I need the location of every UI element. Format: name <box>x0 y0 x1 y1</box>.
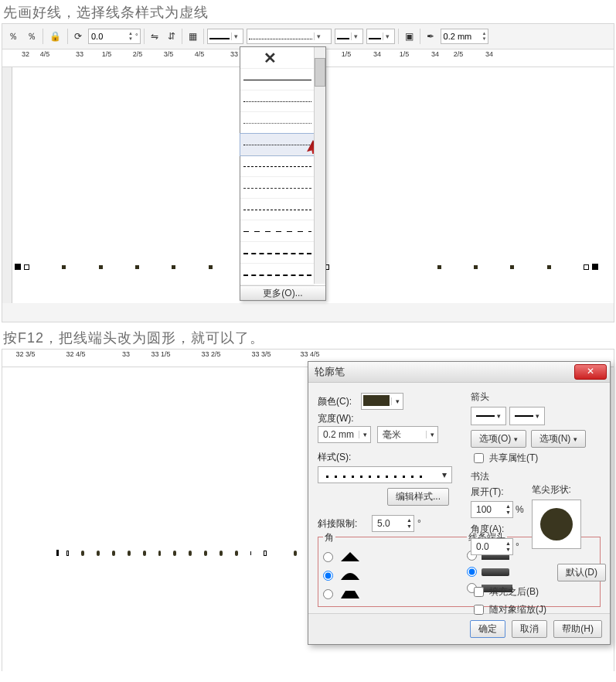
mirror-h-icon[interactable]: ⇋ <box>148 29 162 43</box>
arrow-options-1-button[interactable]: 选项(O) ▾ <box>471 430 526 448</box>
angle-spinner[interactable]: 0.0 ▲▼ <box>471 538 513 555</box>
corner-round-radio[interactable] <box>323 569 451 581</box>
style-option-dash-6[interactable] <box>240 264 315 285</box>
rotation-value[interactable] <box>89 31 128 42</box>
scrollbar[interactable] <box>314 47 325 284</box>
style-select[interactable]: ▾ <box>318 466 452 483</box>
chevron-down-icon: ▾ <box>497 412 501 420</box>
line-style-dropdown: ✕ 更多(O)... <box>240 46 326 301</box>
more-styles-button[interactable]: 更多(O)... <box>240 285 325 300</box>
percent-x-icon[interactable]: ％ <box>5 29 21 45</box>
width-value: 0.2 mm <box>318 429 359 440</box>
width-select[interactable]: 0.2 mm ▾ <box>318 426 371 443</box>
width-label: 宽度(W): <box>318 412 361 425</box>
outline-pen-dialog: 轮廓笔 ✕ 颜色(C): ▾ 宽度(W): 0.2 mm <box>308 361 611 645</box>
edit-style-button[interactable]: 编辑样式... <box>387 488 449 506</box>
lock-ratio-icon[interactable]: 🔒 <box>46 29 64 43</box>
scrollbar-thumb[interactable] <box>315 58 325 87</box>
dialog-title: 轮廓笔 <box>311 365 574 379</box>
selection-handle[interactable] <box>56 550 59 556</box>
style-option-dot-3-selected[interactable] <box>240 134 315 155</box>
stretch-label: 展开(T): <box>471 486 504 499</box>
style-option-dash-1[interactable] <box>240 155 315 177</box>
style-option-dash-4[interactable] <box>240 220 315 242</box>
round-cap-dashed-line[interactable] <box>56 549 312 557</box>
solid-line-combo[interactable]: ▾ <box>207 29 243 44</box>
style-option-dash-3[interactable] <box>240 199 315 220</box>
selection-handle[interactable] <box>264 551 267 556</box>
share-attributes-checkbox[interactable]: 共享属性(T) <box>471 451 606 465</box>
x-icon: ✕ <box>264 49 277 67</box>
style-option-dash-5[interactable] <box>240 242 315 264</box>
color-label: 颜色(C): <box>318 395 361 408</box>
instruction-text-2: 按F12，把线端头改为圆形，就可以了。 <box>0 326 616 349</box>
chevron-down-icon: ▾ <box>391 397 403 405</box>
chevron-down-icon: ▾ <box>442 469 447 480</box>
separator <box>43 29 43 44</box>
stretch-value: 100 <box>471 504 504 515</box>
rotation-spinner[interactable]: ▲▼ ° <box>88 29 141 44</box>
start-arrow-combo[interactable]: ▾ <box>335 29 363 44</box>
screenshot-1: ％ ％ 🔒 ⟳ ▲▼ ° ⇋ ⇵ ▦ ▾ ▾ ▾ ▾ <box>2 23 614 322</box>
style-option-dot-2[interactable] <box>240 112 315 134</box>
dialog-titlebar[interactable]: 轮廓笔 ✕ <box>308 362 610 383</box>
ok-button[interactable]: 确定 <box>470 620 505 638</box>
style-option-none[interactable]: ✕ <box>240 47 315 69</box>
selection-handle[interactable] <box>584 264 589 270</box>
calligraphy-label: 书法 <box>471 470 606 483</box>
cancel-button[interactable]: 取消 <box>512 620 547 638</box>
separator <box>182 29 182 44</box>
line-style-combo[interactable]: ▾ <box>247 29 332 44</box>
style-label: 样式(S): <box>318 451 361 464</box>
canvas-area[interactable]: 轮廓笔 ✕ 颜色(C): ▾ 宽度(W): 0.2 mm <box>2 367 614 671</box>
style-option-dot-1[interactable] <box>240 90 315 112</box>
chevron-down-icon: ▾ <box>536 412 539 420</box>
rotate-icon[interactable]: ⟳ <box>71 29 85 43</box>
chevron-down-icon: ▾ <box>383 32 393 40</box>
selection-handle[interactable] <box>24 264 29 270</box>
separator <box>67 29 68 44</box>
chevron-down-icon: ▾ <box>231 32 241 40</box>
selection-handle[interactable] <box>66 551 70 556</box>
angle-value: 0.0 <box>471 541 504 552</box>
wrap-icon[interactable]: ▣ <box>402 29 417 43</box>
selection-handle[interactable] <box>250 551 252 555</box>
selection-handle[interactable] <box>15 264 21 270</box>
default-button[interactable]: 默认(D) <box>557 564 606 581</box>
end-arrow-combo[interactable]: ▾ <box>366 29 395 44</box>
unit-value: 毫米 <box>378 428 426 442</box>
percent-y-icon[interactable]: ％ <box>24 29 39 45</box>
help-button[interactable]: 帮助(H) <box>553 620 602 638</box>
screenshot-2: 32 3/5 32 4/5 33 33 1/5 33 2/5 33 3/5 33… <box>2 349 614 671</box>
corner-miter-radio[interactable] <box>323 551 451 563</box>
line-width-value[interactable] <box>441 31 482 42</box>
instruction-text-1: 先画好线，选择线条样式为虚线 <box>0 0 616 23</box>
stretch-spinner[interactable]: 100 ▲▼ <box>471 501 513 518</box>
align-icon[interactable]: ▦ <box>185 29 200 43</box>
unit-select[interactable]: 毫米 ▾ <box>377 426 438 443</box>
miter-label: 斜接限制: <box>318 517 372 530</box>
stretch-unit: % <box>513 504 524 515</box>
style-option-dash-2[interactable] <box>240 177 315 199</box>
outline-pen-icon[interactable]: ✒︎ <box>424 29 437 43</box>
separator <box>420 29 420 44</box>
chevron-down-icon: ▾ <box>351 32 361 40</box>
start-arrow-select[interactable]: ▾ <box>471 407 506 425</box>
nib-shape-label: 笔尖形状: <box>532 483 581 496</box>
color-picker[interactable]: ▾ <box>361 393 403 410</box>
angle-label: 角度(A): <box>471 523 504 536</box>
end-arrow-select[interactable]: ▾ <box>509 407 545 425</box>
style-option-solid[interactable] <box>240 69 315 90</box>
corners-label: 角 <box>323 531 335 544</box>
close-button[interactable]: ✕ <box>574 364 607 380</box>
separator <box>203 29 204 44</box>
selection-handle[interactable] <box>592 264 598 270</box>
arrow-options-2-button[interactable]: 选项(N) ▾ <box>531 430 586 448</box>
separator <box>144 29 145 44</box>
line-width-spinner[interactable]: ▲▼ <box>441 29 488 44</box>
scale-with-object-checkbox[interactable]: 随对象缩放(J) <box>471 602 606 617</box>
mirror-v-icon[interactable]: ⇵ <box>165 29 179 43</box>
miter-spinner[interactable]: 5.0 ▲▼ <box>372 515 414 532</box>
behind-fill-checkbox[interactable]: 填充之后(B) <box>471 585 606 599</box>
corner-bevel-radio[interactable] <box>323 588 451 600</box>
